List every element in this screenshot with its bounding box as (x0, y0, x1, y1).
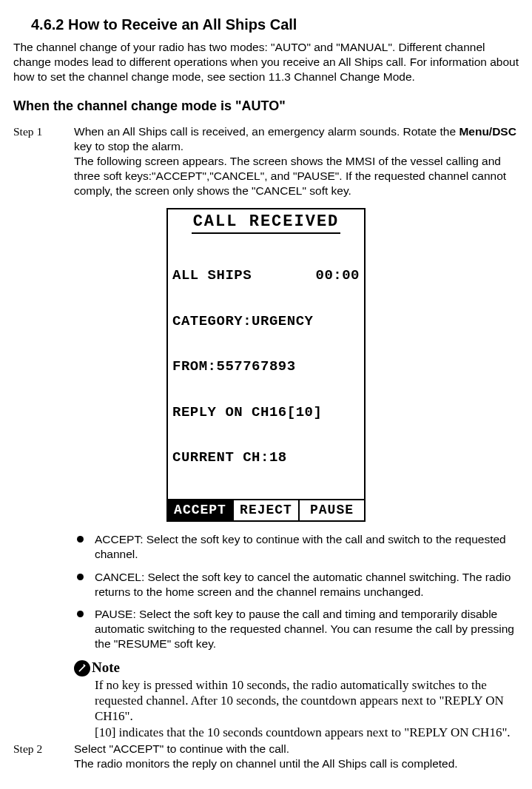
step-2-label: Step 2 (13, 742, 74, 771)
section-heading: 4.6.2 How to Receive an All Ships Call (31, 15, 519, 34)
lcd-row1b: 00:00 (315, 268, 360, 283)
note-label: Note (92, 659, 120, 677)
step-1-key: Menu/DSC (459, 125, 516, 138)
step-1: Step 1 When an All Ships call is receive… (13, 124, 519, 199)
step-2-text-2: The radio monitors the reply on channel … (74, 757, 458, 770)
step-1-body: When an All Ships call is received, an e… (74, 124, 519, 199)
lcd-row5: CURRENT CH:18 (172, 450, 360, 466)
bullet-cancel: CANCEL: Select the soft key to cancel th… (74, 570, 519, 600)
step-2-body: Select "ACCEPT" to continue with the cal… (74, 742, 519, 771)
softkey-accept: ACCEPT (168, 500, 232, 520)
softkey-pause: PAUSE (298, 500, 364, 520)
lcd-row4: REPLY ON CH16[10] (172, 405, 360, 420)
step-1-text-a: When an All Ships call is received, an e… (74, 125, 459, 138)
sub-heading: When the channel change mode is "AUTO" (13, 98, 519, 115)
note-line-2: [10] indicates that the 10 seconds count… (95, 725, 511, 739)
bullet-pause: PAUSE: Select the soft key to pause the … (74, 607, 519, 651)
softkey-reject: REJECT (232, 500, 298, 520)
lcd-row3: FROM:557767893 (172, 359, 360, 375)
step-1-label: Step 1 (13, 124, 74, 199)
step-2: Step 2 Select "ACCEPT" to continue with … (13, 742, 519, 771)
lcd-row2: CATEGORY:URGENCY (172, 314, 360, 329)
lcd-row1a: ALL SHIPS (172, 268, 252, 283)
note-icon (74, 660, 90, 676)
note-head: Note (74, 659, 519, 677)
step-2-text-1: Select "ACCEPT" to continue with the cal… (74, 742, 289, 755)
note-block: Note If no key is pressed within 10 seco… (74, 659, 519, 740)
lcd-body: ALL SHIPS00:00 CATEGORY:URGENCY FROM:557… (168, 236, 364, 497)
note-body: If no key is pressed within 10 seconds, … (95, 677, 519, 740)
intro-paragraph: The channel change of your radio has two… (13, 40, 519, 84)
step-1-text-2: The following screen appears. The screen… (74, 155, 506, 197)
bullet-list: ACCEPT: Select the soft key to continue … (74, 532, 519, 651)
bullet-accept: ACCEPT: Select the soft key to continue … (74, 532, 519, 562)
step-1-text-c: key to stop the alarm. (74, 140, 183, 152)
lcd-softkeys: ACCEPT REJECT PAUSE (168, 499, 364, 520)
lcd-title-wrap: CALL RECEIVED (168, 209, 364, 237)
note-line-1: If no key is pressed within 10 seconds, … (95, 678, 504, 724)
lcd-title: CALL RECEIVED (192, 212, 341, 235)
lcd-screen: CALL RECEIVED ALL SHIPS00:00 CATEGORY:UR… (166, 208, 366, 523)
